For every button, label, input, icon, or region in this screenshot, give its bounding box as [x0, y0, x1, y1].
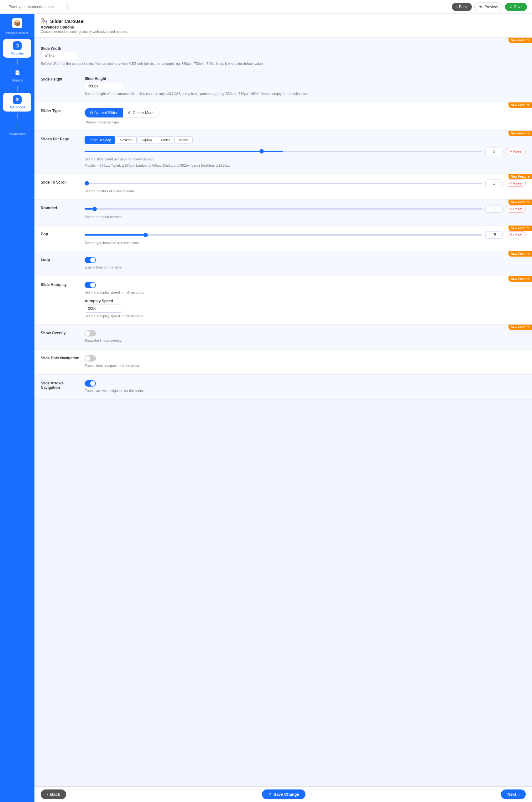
rounded-desc: Set the rounded corners. — [84, 215, 526, 219]
next-label: Next — [507, 792, 516, 797]
dots-nav-toggle-row — [84, 355, 526, 362]
reset-icon-rounded: ↺ — [509, 207, 512, 211]
source-icon: 📄 — [13, 68, 22, 77]
reset-label-gap: Reset — [513, 233, 522, 237]
slides-per-page-reset[interactable]: ↺ Reset — [506, 148, 526, 155]
reset-icon-slides: ↺ — [509, 149, 512, 153]
dots-nav-desc: Enable dots navigation for the slider. — [84, 363, 526, 368]
bottom-back-button[interactable]: ‹ Back — [41, 789, 66, 799]
slide-height-section-label: Slide Height — [41, 77, 62, 81]
next-button[interactable]: Next › — [501, 789, 526, 799]
slide-dots-nav-label: Slide Dots Navigation — [41, 356, 81, 360]
slide-to-scroll-label: Slide To Scroll — [41, 180, 81, 185]
center-mode-btn[interactable]: ⊞ Center Mode — [123, 108, 160, 117]
slide-to-scroll-reset[interactable]: ↺ Reset — [506, 179, 526, 187]
save-button[interactable]: ✓ Save — [505, 3, 527, 11]
autoplay-speed-input[interactable] — [84, 305, 122, 313]
slides-per-page-range-row: ↺ Reset — [84, 148, 526, 155]
autoplay-toggle[interactable] — [84, 282, 96, 288]
show-overlay-label: Show Overlay — [41, 331, 81, 335]
rounded-reset[interactable]: ↺ Reset — [506, 206, 526, 213]
section-slide-dimensions: New Feature Slide Width Set the Width of… — [35, 38, 532, 102]
rounded-value[interactable] — [485, 205, 502, 213]
chevron-left-icon-bottom: ‹ — [47, 792, 48, 797]
section-loop: Loop New Feature Enable loop for the sli… — [35, 251, 532, 276]
page-header: 🎠 Slider Carousel Advanced Options Custo… — [35, 14, 532, 38]
slide-to-scroll-range-row: ↺ Reset — [84, 179, 526, 187]
chevron-left-icon: ‹ — [456, 5, 457, 9]
gap-value[interactable] — [485, 231, 502, 239]
sidebar-item-advanced[interactable]: ⚙ Advanced — [3, 93, 31, 112]
section-slide-dots-nav: Slide Dots Navigation Enable dots naviga… — [35, 350, 532, 375]
slides-per-page-label: Slides Per Page — [41, 137, 81, 141]
content-area: 🎠 Slider Carousel Advanced Options Custo… — [35, 14, 532, 802]
bottom-back-label: Back — [50, 792, 60, 797]
arrows-nav-toggle[interactable] — [84, 380, 96, 387]
page-description: Customize module settings easily with ad… — [41, 30, 526, 34]
gap-reset[interactable]: ↺ Reset — [506, 231, 526, 238]
center-mode-icon: ⊞ — [128, 111, 131, 115]
reset-label-scroll: Reset — [513, 182, 522, 185]
connector-1 — [17, 59, 18, 64]
gap-slider[interactable] — [84, 234, 482, 235]
sidebar-item-source[interactable]: 📄 Source — [3, 66, 31, 84]
normal-slider-btn[interactable]: ⊟ Normal Slider — [84, 108, 123, 117]
rounded-label: Rounded — [41, 206, 81, 210]
chevron-right-icon-next: › — [518, 792, 519, 797]
connector-3 — [17, 113, 18, 118]
sidebar-label-advanced: Advanced — [10, 105, 25, 109]
loop-toggle[interactable] — [84, 257, 96, 263]
slider-type-desc: Choose the slider type. — [84, 120, 526, 125]
modules-icon: ⊞ — [13, 41, 22, 50]
slide-height-desc: Set the height of the carousel slide. Yo… — [84, 92, 526, 96]
slide-to-scroll-value[interactable] — [485, 179, 502, 187]
arrows-nav-toggle-row — [84, 380, 526, 387]
sidebar-label-permission: Permission — [9, 132, 26, 136]
slide-width-desc: Set the Width of the carousel slide. You… — [41, 61, 526, 66]
section-gap: Gap New Feature ↺ Reset Set the gap betw… — [35, 226, 532, 251]
section-rounded: Rounded New Feature ↺ Reset Set the roun… — [35, 199, 532, 225]
section-slider-type: Slider Type New Feature ⊟ Normal Slider … — [35, 102, 532, 131]
sidebar-brand: 📦 — [10, 18, 25, 28]
shortcode-input[interactable] — [5, 3, 68, 11]
overlay-toggle[interactable] — [84, 330, 96, 337]
back-label: Back — [459, 5, 468, 9]
new-feature-badge-autoplay: New Feature — [509, 276, 532, 282]
brand-icon: 📦 — [12, 18, 22, 28]
slide-height-label: Slide Height — [84, 76, 526, 81]
overlay-toggle-row — [84, 330, 526, 337]
reset-icon-gap: ↺ — [509, 233, 512, 237]
tab-mobile[interactable]: Mobile — [174, 136, 193, 144]
autoplay-speed-desc: Set the autoplay speed in milliseconds. — [84, 314, 526, 319]
slider-type-buttons: ⊟ Normal Slider ⊞ Center Mode — [84, 108, 526, 117]
slide-to-scroll-desc: Set the number of slides to scroll. — [84, 189, 526, 194]
main-layout: 📦 Integrate Dropbox ⊞ Modules 📄 Source ⚙… — [0, 14, 532, 802]
preview-button[interactable]: 👁 Preview — [474, 2, 502, 11]
rounded-slider[interactable] — [84, 208, 482, 210]
tab-large-desktop[interactable]: Large Desktop — [84, 136, 115, 144]
tab-desktop[interactable]: Desktop — [116, 136, 137, 144]
connector-2 — [17, 86, 18, 92]
slider-type-label: Slider Type — [41, 109, 81, 113]
slides-per-page-value[interactable] — [485, 148, 502, 155]
sidebar-label-modules: Modules — [11, 51, 24, 55]
save-change-button[interactable]: ✓ Save Change — [262, 789, 305, 799]
slide-to-scroll-slider[interactable] — [84, 183, 482, 184]
loop-toggle-row — [84, 257, 526, 263]
slide-width-input[interactable] — [41, 52, 78, 60]
sidebar-label-source: Source — [12, 78, 23, 82]
sidebar-item-modules[interactable]: ⊞ Modules — [3, 39, 31, 58]
new-feature-badge-scroll: New Feature — [509, 174, 532, 179]
tab-tablet[interactable]: Tablet — [157, 136, 174, 144]
top-bar: ⬚ ‹ Back 👁 Preview ✓ Save — [0, 0, 532, 14]
dots-nav-toggle[interactable] — [84, 355, 96, 362]
rounded-range-row: ↺ Reset — [84, 205, 526, 213]
back-button[interactable]: ‹ Back — [452, 3, 472, 11]
scrollable-content: New Feature Slide Width Set the Width of… — [35, 38, 532, 786]
tab-laptop[interactable]: Laptop — [137, 136, 156, 144]
sidebar-item-permission[interactable]: 👤 Permission — [3, 120, 31, 138]
slide-height-input[interactable] — [84, 82, 122, 90]
section-slide-to-scroll: Slide To Scroll New Feature ↺ Reset Set … — [35, 174, 532, 199]
slides-per-page-slider[interactable] — [84, 151, 482, 152]
overlay-desc: Show the image overlay. — [84, 338, 526, 343]
